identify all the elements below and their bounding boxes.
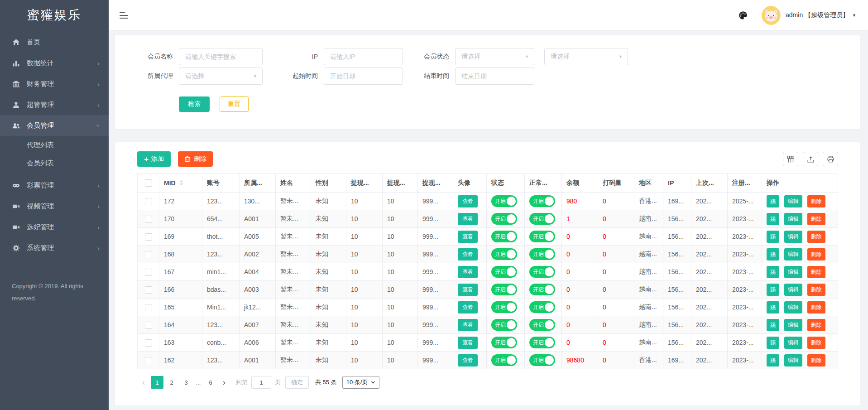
kick-button[interactable]: 踢 [767,195,779,207]
status-toggle[interactable]: 开启 [491,354,517,366]
avatar[interactable] [762,6,781,25]
normal-toggle[interactable]: 开启 [529,195,555,207]
view-avatar-button[interactable]: 查看 [458,266,478,278]
menu-toggle-button[interactable] [120,12,129,19]
sidebar-item-lottery[interactable]: 彩票管理 › [0,175,109,196]
kick-button[interactable]: 踢 [767,354,779,367]
delete-button[interactable]: 删除 [807,248,825,260]
page-number[interactable]: 6 [204,376,217,389]
normal-toggle[interactable]: 开启 [529,301,555,313]
view-avatar-button[interactable]: 查看 [458,284,478,296]
theme-palette-icon[interactable] [738,10,748,20]
normal-toggle[interactable]: 开启 [529,231,555,242]
sidebar-item-superadmin[interactable]: 超管管理 › [0,94,109,115]
page-number[interactable]: 3 [180,376,192,389]
edit-button[interactable]: 编辑 [784,248,802,260]
ip-input[interactable] [324,48,403,65]
sidebar-item-home[interactable]: 首页 [0,32,109,53]
normal-toggle[interactable]: 开启 [529,354,555,366]
kick-button[interactable]: 踢 [767,213,779,225]
add-button[interactable]: + 添加 [137,151,171,167]
view-avatar-button[interactable]: 查看 [458,301,478,314]
status-toggle[interactable]: 开启 [491,319,517,331]
page-size-select[interactable]: 10 条/页 [342,376,380,389]
row-checkbox[interactable] [145,286,152,294]
delete-button[interactable]: 删除 [807,319,825,331]
sidebar-item-finance[interactable]: 财务管理 › [0,73,109,94]
status-toggle[interactable]: 开启 [491,213,517,225]
edit-button[interactable]: 编辑 [784,231,802,243]
row-checkbox[interactable] [145,269,152,276]
sidebar-item-video[interactable]: 视频管理 › [0,196,109,217]
delete-button[interactable]: 删除 [807,354,825,367]
kick-button[interactable]: 踢 [767,301,779,314]
kick-button[interactable]: 踢 [767,266,779,278]
delete-button[interactable]: 删除 [807,195,825,207]
confirm-page-button[interactable]: 确定 [285,376,309,389]
view-avatar-button[interactable]: 查看 [458,195,478,207]
search-button[interactable]: 检索 [179,96,210,112]
view-avatar-button[interactable]: 查看 [458,319,478,331]
view-avatar-button[interactable]: 查看 [458,354,478,367]
status-toggle[interactable]: 开启 [491,284,517,295]
normal-toggle[interactable]: 开启 [529,248,555,260]
view-avatar-button[interactable]: 查看 [458,213,478,225]
reset-button[interactable]: 重置 [220,96,249,112]
member-status-select[interactable]: 请选择 ▼ [455,48,534,65]
user-menu[interactable]: admin 【超级管理员】 [786,11,849,19]
status-toggle[interactable]: 开启 [491,301,517,313]
bulk-delete-button[interactable]: 删除 [178,151,213,167]
export-button[interactable] [803,152,818,166]
kick-button[interactable]: 踢 [767,319,779,331]
status-toggle[interactable]: 开启 [491,231,517,242]
row-checkbox[interactable] [145,251,152,258]
status-toggle[interactable]: 开启 [491,266,517,278]
edit-button[interactable]: 编辑 [784,301,802,314]
normal-toggle[interactable]: 开启 [529,266,555,278]
prev-page-button[interactable]: ‹ [137,376,150,389]
sidebar-item-system[interactable]: 系统管理 › [0,237,109,258]
status-toggle[interactable]: 开启 [491,337,517,348]
normal-toggle[interactable]: 开启 [529,284,555,295]
print-button[interactable] [823,152,838,166]
member-name-input[interactable] [179,48,263,65]
status-toggle[interactable]: 开启 [491,248,517,260]
page-number[interactable]: 1 [151,376,163,389]
kick-button[interactable]: 踢 [767,337,779,349]
row-checkbox[interactable] [145,304,152,311]
row-checkbox[interactable] [145,322,152,329]
normal-toggle[interactable]: 开启 [529,337,555,348]
agent-select[interactable]: 请选择 ▼ [179,68,263,85]
row-checkbox[interactable] [145,216,152,223]
view-avatar-button[interactable]: 查看 [458,248,478,260]
delete-button[interactable]: 删除 [807,284,825,296]
row-checkbox[interactable] [145,233,152,241]
normal-toggle[interactable]: 开启 [529,319,555,331]
view-avatar-button[interactable]: 查看 [458,231,478,243]
select-all-checkbox[interactable] [145,179,152,187]
delete-button[interactable]: 删除 [807,266,825,278]
sort-icon[interactable] [178,179,184,186]
sidebar-subitem-member-list[interactable]: 会员列表 [0,154,109,172]
kick-button[interactable]: 踢 [767,248,779,260]
row-checkbox[interactable] [145,339,152,347]
columns-filter-button[interactable] [783,152,798,166]
kick-button[interactable]: 踢 [767,284,779,296]
delete-button[interactable]: 删除 [807,337,825,349]
sidebar-item-statistics[interactable]: 数据统计 › [0,53,109,73]
goto-page-input[interactable] [251,376,271,389]
row-checkbox[interactable] [145,198,152,205]
normal-toggle[interactable]: 开启 [529,213,555,225]
edit-button[interactable]: 编辑 [784,266,802,278]
sidebar-item-members[interactable]: 会员管理 › [0,115,109,136]
edit-button[interactable]: 编辑 [784,337,802,349]
edit-button[interactable]: 编辑 [784,354,802,367]
delete-button[interactable]: 删除 [807,213,825,225]
next-page-button[interactable]: › [218,376,230,389]
secondary-status-select[interactable]: 请选择 ▼ [544,48,628,65]
edit-button[interactable]: 编辑 [784,284,802,296]
view-avatar-button[interactable]: 查看 [458,337,478,349]
delete-button[interactable]: 删除 [807,231,825,243]
delete-button[interactable]: 删除 [807,301,825,314]
page-number[interactable]: 2 [165,376,178,389]
